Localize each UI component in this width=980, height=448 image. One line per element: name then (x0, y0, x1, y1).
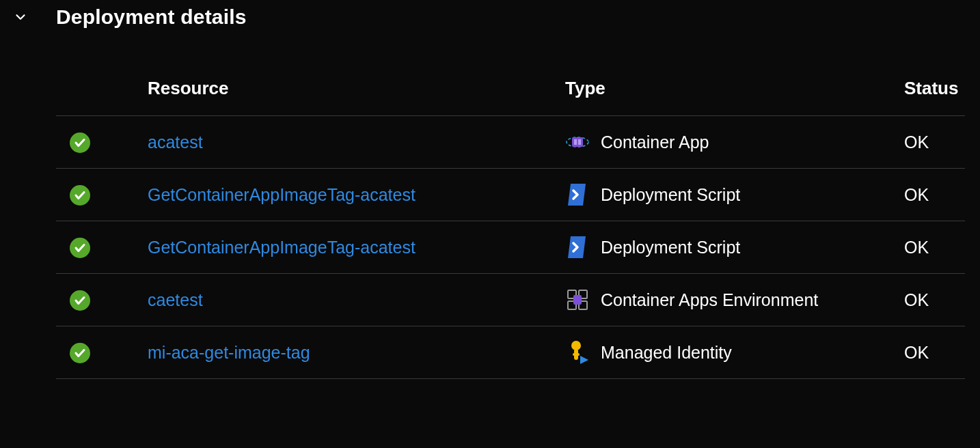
success-check-icon (70, 238, 90, 258)
container-app-icon (565, 130, 590, 154)
type-cell: Container Apps Environment (560, 274, 899, 326)
status-cell: OK (899, 169, 965, 221)
col-resource-header: Resource (142, 78, 560, 116)
resource-cell: acatest (142, 116, 560, 169)
status-cell: OK (899, 326, 965, 379)
svg-rect-3 (578, 139, 581, 145)
status-icon-cell (56, 221, 142, 274)
type-label: Deployment Script (601, 185, 740, 205)
table-row: GetContainerAppImageTag-acatest Deployme… (56, 221, 965, 274)
svg-rect-1 (572, 137, 583, 147)
type-label: Container App (601, 132, 709, 152)
deployment-details-table: Resource Type Status acatest (56, 78, 965, 379)
status-icon-cell (56, 274, 142, 326)
status-icon-cell (56, 116, 142, 169)
table-row: acatest Container App (56, 116, 965, 169)
container-apps-environment-icon (565, 288, 590, 312)
col-status-icon (56, 78, 142, 116)
success-check-icon (70, 290, 90, 311)
resource-link[interactable]: mi-aca-get-image-tag (148, 343, 310, 362)
resource-cell: caetest (142, 274, 560, 326)
table-header-row: Resource Type Status (56, 78, 965, 116)
svg-rect-2 (574, 139, 577, 145)
deployment-script-icon (565, 182, 590, 207)
svg-rect-13 (573, 353, 580, 356)
type-label: Container Apps Environment (601, 290, 818, 310)
success-check-icon (70, 132, 90, 153)
status-icon-cell (56, 169, 142, 221)
svg-rect-10 (573, 295, 582, 305)
status-cell: OK (899, 221, 965, 274)
resource-cell: GetContainerAppImageTag-acatest (142, 169, 560, 221)
deployment-script-icon (565, 235, 590, 260)
resource-cell: mi-aca-get-image-tag (142, 326, 560, 379)
success-check-icon (70, 185, 90, 206)
col-type-header: Type (560, 78, 899, 116)
resource-link[interactable]: caetest (148, 290, 203, 309)
resource-cell: GetContainerAppImageTag-acatest (142, 221, 560, 274)
table-row: caetest Container (56, 274, 965, 326)
success-check-icon (70, 343, 90, 363)
svg-point-11 (571, 341, 581, 350)
status-icon-cell (56, 326, 142, 379)
type-cell: Managed Identity (560, 326, 899, 379)
resource-link[interactable]: GetContainerAppImageTag-acatest (148, 185, 416, 204)
table-row: GetContainerAppImageTag-acatest Deployme… (56, 169, 965, 221)
resource-link[interactable]: GetContainerAppImageTag-acatest (148, 238, 416, 257)
section-title: Deployment details (56, 5, 247, 29)
managed-identity-icon (565, 340, 590, 365)
section-header: Deployment details (0, 3, 980, 29)
collapse-chevron-icon[interactable] (12, 9, 29, 25)
type-cell: Container App (560, 116, 899, 169)
type-label: Deployment Script (601, 238, 740, 257)
status-cell: OK (899, 274, 965, 326)
type-cell: Deployment Script (560, 169, 899, 221)
type-cell: Deployment Script (560, 221, 899, 274)
col-status-header: Status (899, 78, 965, 116)
svg-marker-14 (580, 356, 588, 364)
status-cell: OK (899, 116, 965, 169)
type-label: Managed Identity (601, 343, 732, 363)
resource-link[interactable]: acatest (148, 132, 203, 152)
table-row: mi-aca-get-image-tag Managed Identi (56, 326, 965, 379)
deployment-details-panel: Deployment details Resource Type Status … (0, 0, 980, 379)
